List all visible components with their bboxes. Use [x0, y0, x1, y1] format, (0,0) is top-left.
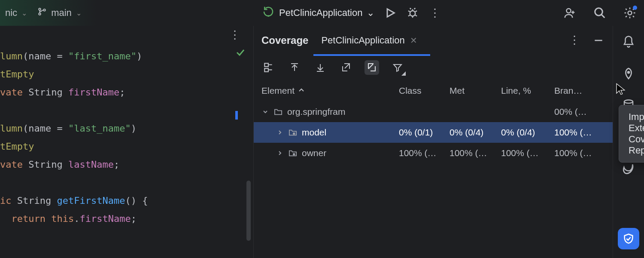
security-shield-button[interactable] [618, 228, 639, 249]
svg-rect-11 [264, 68, 268, 72]
svg-point-6 [567, 9, 571, 13]
ai-assistant-icon[interactable] [620, 65, 637, 82]
expand-arrow-icon[interactable] [261, 109, 269, 115]
sort-asc-icon [298, 86, 305, 96]
run-config-label: PetClinicApplication [279, 7, 362, 18]
notifications-icon[interactable] [620, 34, 637, 50]
cell-bran: 00% (… [554, 107, 608, 117]
coverage-table-header: Element Class Met Line, % Bran… [254, 80, 613, 101]
project-name: nic [5, 7, 17, 18]
cell-bran: 100% (… [554, 148, 608, 158]
run-button[interactable] [384, 6, 397, 19]
element-name: model [302, 127, 326, 138]
settings-icon[interactable] [623, 6, 636, 19]
svg-point-5 [410, 11, 416, 16]
svg-point-17 [628, 71, 629, 73]
run-configuration-dropdown[interactable]: PetClinicApplication ⌄ [262, 5, 374, 21]
svg-marker-4 [387, 9, 394, 17]
cell-class: 0% (0/1) [399, 127, 450, 138]
column-method[interactable]: Met [450, 86, 501, 96]
element-name: owner [302, 148, 326, 158]
panel-options-button[interactable]: ⋮ [568, 34, 581, 47]
table-row[interactable]: owner100% (…100% (…100% (…100% (… [254, 143, 613, 163]
coverage-panel: Coverage PetClinicApplication ✕ ⋮ [253, 26, 613, 258]
close-tab-icon[interactable]: ✕ [410, 35, 417, 46]
coverage-tab-label: PetClinicApplication [321, 35, 404, 46]
export-report-icon[interactable] [339, 60, 353, 75]
svg-point-18 [624, 100, 633, 104]
cell-met: 0% (0/4) [450, 127, 501, 138]
table-row[interactable]: model0% (0/1)0% (0/4)0% (0/4)100% (… [254, 122, 613, 143]
folder-icon [288, 149, 298, 157]
svg-point-7 [595, 8, 603, 16]
inspections-ok-icon[interactable] [235, 47, 246, 60]
column-branch[interactable]: Bran… [554, 86, 608, 96]
import-report-icon[interactable] [365, 60, 379, 75]
branch-icon [37, 7, 47, 19]
search-icon[interactable] [593, 6, 606, 19]
expand-arrow-icon[interactable] [276, 150, 284, 156]
column-line[interactable]: Line, % [501, 86, 554, 96]
code-area[interactable]: lumn(name = "first_name") tEmpty vate St… [0, 47, 253, 228]
svg-point-0 [39, 8, 41, 10]
folder-icon [273, 108, 283, 116]
filter-icon[interactable] [390, 60, 405, 75]
chevron-down-icon: ⌄ [76, 9, 82, 17]
cell-class: 100% (… [399, 148, 450, 158]
cell-met: 100% (… [450, 148, 501, 158]
branch-name: main [51, 7, 72, 18]
editor-pane[interactable]: ⋮ lumn(name = "first_name") tEmpty vate … [0, 26, 253, 258]
chevron-down-icon: ⌄ [367, 7, 374, 18]
svg-point-8 [628, 11, 632, 15]
git-branch-dropdown[interactable]: main ⌄ [37, 7, 82, 19]
code-with-me-icon[interactable] [563, 6, 576, 19]
navigate-down-icon[interactable] [313, 60, 328, 75]
cell-line: 0% (0/4) [501, 127, 554, 138]
element-name: org.springfram [287, 107, 345, 117]
navigate-up-icon[interactable] [287, 60, 302, 75]
debug-button[interactable] [406, 6, 419, 19]
column-class[interactable]: Class [399, 86, 450, 96]
flatten-packages-icon[interactable] [261, 60, 276, 75]
svg-point-15 [293, 132, 295, 135]
import-tooltip: Import External Coverage Report… [619, 105, 644, 163]
chevron-down-icon: ⌄ [21, 9, 27, 17]
table-row[interactable]: org.springfram00% (… [254, 101, 613, 122]
coverage-panel-title: Coverage [261, 34, 308, 46]
svg-point-1 [39, 13, 41, 15]
cell-bran: 100% (… [554, 127, 608, 138]
expand-arrow-icon[interactable] [276, 129, 284, 135]
project-dropdown[interactable]: nic ⌄ [5, 7, 27, 18]
coverage-tab[interactable]: PetClinicApplication ✕ [321, 26, 417, 55]
column-element[interactable]: Element [261, 86, 399, 96]
spring-icon[interactable] [620, 161, 637, 177]
gutter-marker [235, 111, 238, 120]
editor-scrollbar[interactable] [246, 181, 251, 241]
cell-line: 100% (… [501, 148, 554, 158]
coverage-toolbar [254, 55, 613, 80]
rerun-icon [262, 5, 275, 21]
svg-point-2 [43, 9, 46, 11]
minimize-panel-button[interactable] [592, 34, 605, 47]
more-actions-button[interactable]: ⋮ [428, 6, 441, 19]
svg-rect-10 [264, 63, 268, 67]
svg-point-16 [293, 153, 295, 155]
top-toolbar: nic ⌄ main ⌄ PetClinicApplication ⌄ ⋮ [0, 0, 644, 26]
settings-notification-dot [633, 6, 637, 10]
editor-more-button[interactable]: ⋮ [229, 28, 240, 42]
svg-marker-14 [401, 71, 406, 76]
mouse-cursor-icon [615, 83, 626, 98]
svg-point-3 [267, 15, 269, 17]
folder-icon [288, 128, 298, 137]
